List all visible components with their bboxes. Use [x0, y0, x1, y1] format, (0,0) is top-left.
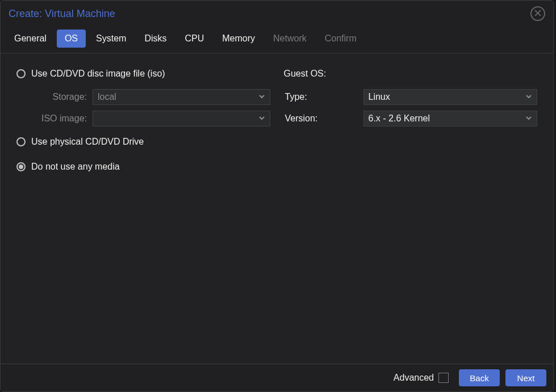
radio-icon — [16, 162, 26, 171]
tab-network: Network — [265, 29, 315, 48]
tab-system[interactable]: System — [88, 29, 134, 48]
back-button[interactable]: Back — [459, 369, 500, 386]
content-area: Use CD/DVD disc image file (iso) Storage… — [1, 53, 553, 364]
create-vm-window: Create: Virtual Machine General OS Syste… — [0, 0, 554, 392]
guest-os-section-label: Guest OS: — [284, 65, 538, 83]
footer: Advanced Back Next — [1, 364, 553, 391]
tab-cpu[interactable]: CPU — [177, 29, 212, 48]
tab-memory[interactable]: Memory — [214, 29, 263, 48]
radio-no-media[interactable]: Do not use any media — [16, 158, 270, 176]
storage-row: Storage: local — [16, 86, 270, 108]
close-button[interactable] — [530, 6, 545, 21]
advanced-label: Advanced — [394, 373, 434, 383]
chevron-down-icon — [258, 113, 265, 124]
radio-icon — [16, 69, 26, 78]
type-label: Type: — [284, 92, 363, 102]
radio-use-iso[interactable]: Use CD/DVD disc image file (iso) — [16, 65, 270, 83]
radio-use-iso-label: Use CD/DVD disc image file (iso) — [31, 69, 165, 79]
version-combo[interactable]: 6.x - 2.6 Kernel — [363, 111, 538, 127]
title-bar: Create: Virtual Machine — [1, 1, 553, 27]
tab-os[interactable]: OS — [57, 29, 86, 48]
iso-image-row: ISO image: — [16, 108, 270, 129]
media-column: Use CD/DVD disc image file (iso) Storage… — [16, 65, 270, 352]
tab-bar: General OS System Disks CPU Memory Netwo… — [1, 27, 553, 53]
guest-os-column: Guest OS: Type: Linux Version: 6.x - 2.6… — [284, 65, 538, 352]
version-row: Version: 6.x - 2.6 Kernel — [284, 108, 538, 129]
type-combo[interactable]: Linux — [363, 89, 538, 105]
type-value: Linux — [369, 92, 390, 102]
iso-image-combo[interactable] — [93, 111, 270, 127]
chevron-down-icon — [525, 113, 532, 124]
radio-no-media-label: Do not use any media — [31, 162, 120, 172]
close-icon — [534, 9, 541, 19]
type-row: Type: Linux — [284, 86, 538, 108]
tab-confirm: Confirm — [317, 29, 365, 48]
radio-icon — [16, 137, 26, 146]
iso-image-label: ISO image: — [16, 113, 93, 124]
chevron-down-icon — [525, 92, 532, 102]
radio-use-physical-drive-label: Use physical CD/DVD Drive — [31, 137, 144, 147]
chevron-down-icon — [258, 92, 265, 102]
advanced-toggle[interactable]: Advanced — [394, 373, 449, 383]
storage-value: local — [98, 92, 116, 102]
version-value: 6.x - 2.6 Kernel — [369, 113, 430, 124]
storage-label: Storage: — [16, 92, 93, 102]
storage-combo[interactable]: local — [93, 89, 270, 105]
tab-disks[interactable]: Disks — [136, 29, 174, 48]
next-button[interactable]: Next — [505, 369, 546, 386]
advanced-checkbox[interactable] — [438, 373, 449, 383]
window-title: Create: Virtual Machine — [9, 8, 115, 20]
version-label: Version: — [284, 113, 363, 124]
radio-use-physical-drive[interactable]: Use physical CD/DVD Drive — [16, 133, 270, 151]
tab-general[interactable]: General — [6, 29, 55, 48]
